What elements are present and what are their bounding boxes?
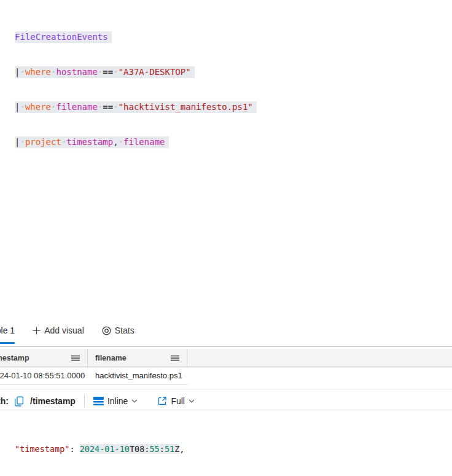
results-tab-bar: Table 1 Add visual Stats xyxy=(0,324,134,344)
column-header-timestamp[interactable]: timestamp xyxy=(0,349,88,367)
cell-timestamp[interactable]: 2024-01-10 08:55:51.0000 xyxy=(0,371,95,380)
json-line-timestamp: "timestamp": 2024-01-10T08:55:51Z, xyxy=(15,443,195,455)
detail-toolbar: Path: /timestamp Inline Full xyxy=(0,392,195,410)
tabs-divider xyxy=(0,346,452,347)
query-line[interactable]: |·where·hostname·==·"A37A-DESKTOP" xyxy=(15,66,257,78)
cell-filename[interactable]: hacktivist_manifesto.ps1 xyxy=(95,371,187,380)
full-screen-icon xyxy=(157,396,167,406)
plus-icon xyxy=(33,327,41,335)
results-grid-header: timestamp filename xyxy=(0,349,452,367)
toolbar-separator xyxy=(84,395,85,407)
active-tab-underline xyxy=(0,342,15,344)
display-mode-dropdown[interactable]: Inline xyxy=(93,396,138,406)
size-mode-dropdown[interactable]: Full xyxy=(157,396,195,406)
column-name: timestamp xyxy=(0,354,29,362)
stats-icon xyxy=(102,326,111,335)
table-row[interactable]: 2024-01-10 08:55:51.0000 hacktivist_mani… xyxy=(0,367,187,384)
tab-table-1-label: Table 1 xyxy=(0,326,15,335)
column-menu-icon[interactable] xyxy=(71,355,80,361)
row-divider xyxy=(0,384,187,384)
detail-panel-divider xyxy=(0,389,452,389)
copy-path-button[interactable] xyxy=(14,396,24,407)
path-label: Path: xyxy=(0,396,9,406)
column-header-filename[interactable]: filename xyxy=(88,349,187,367)
query-line[interactable]: |·project·timestamp,·filename xyxy=(15,136,257,148)
inline-view-icon xyxy=(93,397,104,405)
tab-add-visual[interactable]: Add visual xyxy=(33,324,84,344)
path-value: /timestamp xyxy=(30,396,76,406)
tab-stats[interactable]: Stats xyxy=(102,324,134,344)
query-line[interactable]: FileCreationEvents xyxy=(15,31,257,43)
tab-stats-label: Stats xyxy=(115,326,134,335)
display-mode-label: Inline xyxy=(107,396,128,406)
json-detail-viewer: "timestamp": 2024-01-10T08:55:51Z, "file… xyxy=(15,420,195,476)
size-mode-label: Full xyxy=(171,396,185,406)
column-name: filename xyxy=(95,354,127,362)
app-window: FileCreationEvents |·where·hostname·==·"… xyxy=(0,0,452,476)
tab-table-1[interactable]: Table 1 xyxy=(0,324,15,344)
query-editor[interactable]: FileCreationEvents |·where·hostname·==·"… xyxy=(15,8,257,171)
column-menu-icon[interactable] xyxy=(171,355,179,361)
query-line[interactable]: |·where·filename·==·"hacktivist_manifest… xyxy=(15,101,257,113)
tab-add-visual-label: Add visual xyxy=(44,326,84,335)
chevron-down-icon xyxy=(189,399,195,403)
chevron-down-icon xyxy=(131,399,138,403)
toolbar-divider xyxy=(0,410,452,410)
